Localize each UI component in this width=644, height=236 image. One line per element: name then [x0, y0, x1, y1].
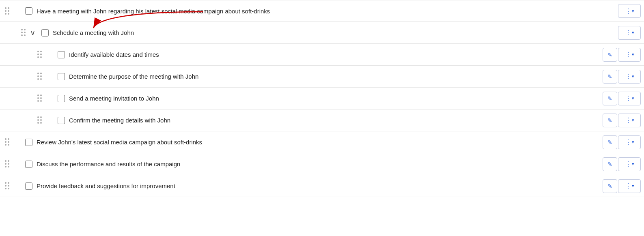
task-row: Provide feedback and suggestions for imp…: [0, 175, 644, 197]
edit-button[interactable]: ✎: [603, 70, 617, 84]
task-row: Identify available dates and times ✎ ⋮ ▾: [0, 44, 644, 66]
chevron-down-icon: ▾: [632, 96, 634, 101]
task-row: Send a meeting invitation to John ✎ ⋮ ▾: [0, 88, 644, 109]
task-row: Discuss the performance and results of t…: [0, 153, 644, 175]
chevron-down-icon: ▾: [632, 74, 634, 79]
menu-button[interactable]: ⋮ ▾: [618, 26, 641, 40]
chevron-down-icon: ▾: [632, 183, 634, 189]
task-label: Review John's latest social media campai…: [37, 139, 603, 146]
menu-button[interactable]: ⋮ ▾: [618, 4, 641, 18]
task-label: Determine the purpose of the meeting wit…: [69, 73, 603, 80]
dots-icon: ⋮: [625, 94, 631, 102]
menu-button[interactable]: ⋮ ▾: [618, 48, 641, 62]
chevron-down-icon: ▾: [632, 118, 634, 123]
chevron-down-icon: ▾: [632, 30, 634, 35]
task-label: Have a meeting with John regarding his l…: [37, 8, 618, 15]
task-label: Discuss the performance and results of t…: [37, 161, 603, 167]
dots-icon: ⋮: [625, 7, 631, 15]
dots-icon: ⋮: [625, 160, 631, 168]
dots-icon: ⋮: [625, 51, 631, 58]
edit-button[interactable]: ✎: [603, 179, 617, 193]
dots-icon: ⋮: [625, 116, 631, 124]
task-checkbox[interactable]: [58, 117, 65, 124]
task-label: Schedule a meeting with John: [53, 29, 618, 36]
menu-button[interactable]: ⋮ ▾: [618, 157, 641, 171]
drag-handle[interactable]: [19, 27, 28, 38]
task-checkbox[interactable]: [25, 7, 32, 15]
menu-button[interactable]: ⋮ ▾: [618, 114, 641, 127]
drag-handle[interactable]: [3, 137, 11, 148]
chevron-down-icon: ▾: [632, 139, 634, 145]
task-actions: ⋮ ▾: [618, 4, 644, 18]
task-checkbox[interactable]: [58, 51, 65, 58]
menu-button[interactable]: ⋮ ▾: [618, 179, 641, 193]
menu-button[interactable]: ⋮ ▾: [618, 135, 641, 149]
task-checkbox[interactable]: [58, 95, 65, 102]
task-checkbox[interactable]: [25, 182, 32, 190]
task-actions: ✎ ⋮ ▾: [603, 48, 644, 62]
task-actions: ⋮ ▾: [618, 26, 644, 40]
menu-button[interactable]: ⋮ ▾: [618, 70, 641, 84]
dots-icon: ⋮: [625, 182, 631, 190]
task-row: ∨ Schedule a meeting with John ⋮ ▾: [0, 22, 644, 44]
task-actions: ✎ ⋮ ▾: [603, 179, 644, 193]
task-checkbox[interactable]: [58, 73, 65, 80]
task-row: Have a meeting with John regarding his l…: [0, 0, 644, 22]
task-row: Determine the purpose of the meeting wit…: [0, 66, 644, 88]
drag-handle[interactable]: [36, 115, 44, 126]
drag-handle[interactable]: [3, 6, 11, 17]
task-label: Send a meeting invitation to John: [69, 95, 603, 102]
task-actions: ✎ ⋮ ▾: [603, 70, 644, 84]
task-actions: ✎ ⋮ ▾: [603, 114, 644, 127]
drag-handle[interactable]: [3, 159, 11, 169]
drag-handle[interactable]: [36, 71, 44, 82]
task-list: Have a meeting with John regarding his l…: [0, 0, 644, 197]
chevron-down-icon: ▾: [632, 9, 634, 14]
collapse-button[interactable]: ∨: [28, 28, 37, 38]
dots-icon: ⋮: [625, 138, 631, 146]
edit-button[interactable]: ✎: [603, 157, 617, 171]
edit-button[interactable]: ✎: [603, 135, 617, 149]
task-label: Identify available dates and times: [69, 51, 603, 58]
drag-handle[interactable]: [3, 180, 11, 191]
dots-icon: ⋮: [625, 29, 631, 36]
task-label: Confirm the meeting details with John: [69, 117, 603, 124]
menu-button[interactable]: ⋮ ▾: [618, 92, 641, 105]
task-row: Confirm the meeting details with John ✎ …: [0, 109, 644, 131]
drag-handle[interactable]: [36, 93, 44, 104]
edit-button[interactable]: ✎: [603, 92, 617, 105]
edit-button[interactable]: ✎: [603, 114, 617, 127]
task-checkbox[interactable]: [25, 139, 32, 146]
chevron-down-icon: ▾: [632, 161, 634, 167]
task-checkbox[interactable]: [41, 29, 49, 36]
task-actions: ✎ ⋮ ▾: [603, 135, 644, 149]
task-checkbox[interactable]: [25, 161, 32, 168]
task-row: Review John's latest social media campai…: [0, 131, 644, 153]
chevron-down-icon: ▾: [632, 52, 634, 57]
task-actions: ✎ ⋮ ▾: [603, 157, 644, 171]
drag-handle[interactable]: [36, 49, 44, 60]
dots-icon: ⋮: [625, 73, 631, 80]
task-actions: ✎ ⋮ ▾: [603, 92, 644, 105]
edit-button[interactable]: ✎: [603, 48, 617, 62]
task-label: Provide feedback and suggestions for imp…: [37, 182, 603, 189]
